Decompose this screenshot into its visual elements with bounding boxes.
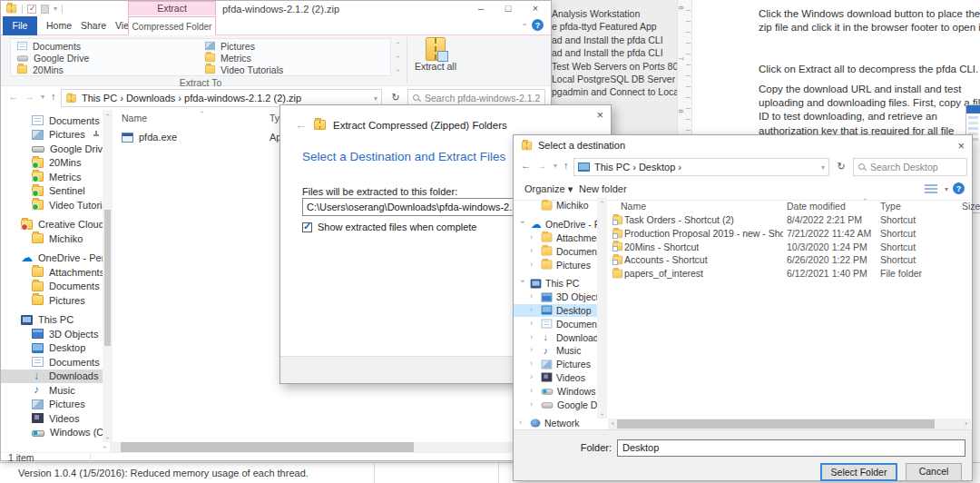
- extract-destination[interactable]: Metrics: [201, 52, 388, 64]
- tree-item[interactable]: › Videos: [514, 371, 597, 385]
- search-box[interactable]: Search Desktop: [853, 158, 967, 176]
- sidebar-item[interactable]: Documents: [1, 113, 103, 128]
- up-icon[interactable]: ↑: [51, 91, 56, 102]
- chevron-icon[interactable]: ›: [530, 359, 537, 368]
- maximize-icon[interactable]: □: [495, 1, 522, 17]
- sidebar-item[interactable]: Attachments: [1, 265, 103, 280]
- extract-destination[interactable]: Pictures: [201, 40, 388, 52]
- chevron-icon[interactable]: ›: [530, 372, 537, 381]
- chevron-icon[interactable]: ›: [518, 280, 527, 287]
- close-icon[interactable]: ×: [596, 108, 603, 122]
- doc-nav-item[interactable]: e pfda-ttyd Featured App: [544, 20, 677, 33]
- chevron-icon[interactable]: ›: [530, 232, 537, 242]
- view-dropdown-icon[interactable]: ▾: [945, 185, 948, 193]
- sidebar-scrollbar[interactable]: › ›: [103, 110, 113, 442]
- tab-compressed-folder-tools[interactable]: Compressed Folder Tools: [128, 16, 216, 35]
- hscroll-thumb[interactable]: [121, 442, 414, 452]
- refresh-icon[interactable]: ↻: [833, 158, 849, 176]
- destination-scroll-arrows[interactable]: ›››: [392, 39, 403, 74]
- cancel-button[interactable]: Cancel: [906, 463, 962, 481]
- chevron-icon[interactable]: ›: [530, 345, 537, 354]
- sidebar-scroll-thumb[interactable]: [104, 210, 111, 346]
- chevron-icon[interactable]: ›: [530, 305, 537, 314]
- sidebar-item[interactable]: Pictures: [1, 293, 103, 308]
- column-name[interactable]: Name: [122, 113, 147, 123]
- sidebar-item[interactable]: Metrics: [1, 170, 103, 184]
- chevron-icon[interactable]: ›: [530, 319, 537, 328]
- show-files-checkbox-row[interactable]: Show extracted files when complete: [302, 222, 476, 232]
- recent-locations-icon[interactable]: ▾: [554, 162, 557, 170]
- chevron-icon[interactable]: ›: [519, 418, 526, 427]
- doc-nav-item[interactable]: Analysis Workstation: [544, 7, 677, 20]
- sidebar-item[interactable]: Pictures: [1, 128, 103, 143]
- back-icon[interactable]: ←: [521, 160, 531, 171]
- column-date-modified[interactable]: Date modified: [787, 201, 846, 212]
- breadcrumb[interactable]: This PC › Downloads › pfda-windows-2.1.2…: [82, 93, 369, 104]
- doc-nav-item[interactable]: ad and Install the pfda CLI: [544, 34, 677, 46]
- tab-file[interactable]: File: [3, 16, 37, 35]
- tree-scrollbar[interactable]: › ›: [597, 197, 607, 419]
- tree-item[interactable]: › Downloads: [514, 330, 597, 344]
- tree-item[interactable]: › Google Drive (G:): [514, 398, 597, 411]
- sidebar-item[interactable]: 20Mins: [1, 156, 103, 171]
- tree-item[interactable]: › Desktop: [514, 304, 597, 318]
- tab-home[interactable]: Home: [41, 16, 77, 35]
- doc-nav-item[interactable]: Test Web Servers on Ports 8080...: [544, 60, 677, 73]
- extract-destination[interactable]: Video Tutorials: [201, 64, 388, 75]
- recent-locations-icon[interactable]: ▾: [41, 93, 44, 101]
- address-dropdown-icon[interactable]: ▾: [821, 163, 825, 172]
- sidebar-item[interactable]: Desktop: [1, 341, 103, 356]
- help-icon[interactable]: ?: [953, 182, 965, 194]
- new-folder-icon[interactable]: [41, 5, 49, 14]
- sidebar-item[interactable]: This PC: [1, 313, 103, 328]
- collapse-ribbon-icon[interactable]: ›: [520, 24, 529, 26]
- tab-share[interactable]: Share: [75, 16, 112, 35]
- tree-item[interactable]: › Pictures: [514, 258, 597, 271]
- sidebar-item[interactable]: Sentinel: [1, 184, 103, 199]
- file-row[interactable]: Task Orders - Shortcut (2) 8/4/2022 2:21…: [608, 213, 971, 227]
- doc-nav-item[interactable]: pgadmin and Connect to Local DB: [544, 85, 677, 98]
- extract-destination[interactable]: 20Mins: [13, 64, 201, 75]
- column-type[interactable]: Type: [880, 201, 901, 212]
- chevron-icon[interactable]: ›: [518, 221, 527, 228]
- back-icon[interactable]: ←: [295, 118, 307, 132]
- chevron-icon[interactable]: ›: [530, 260, 537, 269]
- folder-name-input[interactable]: Desktop: [617, 439, 965, 457]
- tree-item[interactable]: › Attachments: [514, 232, 597, 245]
- minimize-icon[interactable]: –: [467, 1, 495, 17]
- chevron-icon[interactable]: ›: [530, 291, 537, 301]
- file-row[interactable]: Production Proposal 2019 - new - Shortcu…: [608, 227, 971, 241]
- sidebar-item[interactable]: Documents: [1, 280, 103, 294]
- sidebar-item[interactable]: Video Tutorials: [1, 198, 103, 212]
- properties-icon[interactable]: [27, 5, 36, 14]
- view-mode-icon[interactable]: [925, 184, 937, 194]
- extract-destination[interactable]: Google Drive: [13, 52, 201, 64]
- select-folder-button[interactable]: Select Folder: [820, 463, 897, 481]
- tree-item[interactable]: › Michiko: [514, 199, 597, 212]
- doc-nav-item[interactable]: Local PostgreSQL DB Server and...: [544, 73, 677, 85]
- tree-item[interactable]: › Documents: [514, 244, 597, 258]
- chevron-icon[interactable]: ›: [530, 399, 537, 409]
- doc-nav-item[interactable]: ad and Install the pfda CLI: [544, 46, 677, 59]
- qat-customize-icon[interactable]: ▾: [54, 5, 57, 13]
- list-horizontal-scrollbar[interactable]: › ›: [608, 419, 971, 429]
- tree-item[interactable]: › OneDrive - Personal: [514, 218, 597, 232]
- sidebar-item[interactable]: Pictures: [1, 398, 103, 412]
- file-row[interactable]: Accounts - Shortcut 6/26/2020 1:22 PM Sh…: [608, 253, 971, 267]
- tree-item[interactable]: › Music: [514, 344, 597, 358]
- tree-item[interactable]: › Windows (C:): [514, 384, 597, 398]
- extract-destination[interactable]: Documents: [13, 40, 201, 52]
- chevron-icon[interactable]: ›: [530, 246, 537, 255]
- column-name[interactable]: Name: [621, 201, 646, 212]
- sidebar-item[interactable]: Google Drive (G:): [1, 142, 103, 156]
- breadcrumb[interactable]: This PC › Desktop ›: [594, 162, 817, 172]
- back-icon[interactable]: ←: [8, 91, 18, 102]
- sidebar-item[interactable]: Downloads: [1, 370, 103, 384]
- close-icon[interactable]: ×: [957, 139, 965, 153]
- new-folder-button[interactable]: New folder: [579, 183, 627, 194]
- file-row[interactable]: 20Mins - Shortcut 10/3/2020 1:24 PM Shor…: [608, 240, 971, 253]
- forward-icon[interactable]: →: [24, 91, 34, 102]
- tree-item[interactable]: › Network: [514, 417, 597, 430]
- horizontal-scrollbar[interactable]: › › ›: [1, 442, 550, 452]
- hscroll-thumb[interactable]: [617, 419, 935, 429]
